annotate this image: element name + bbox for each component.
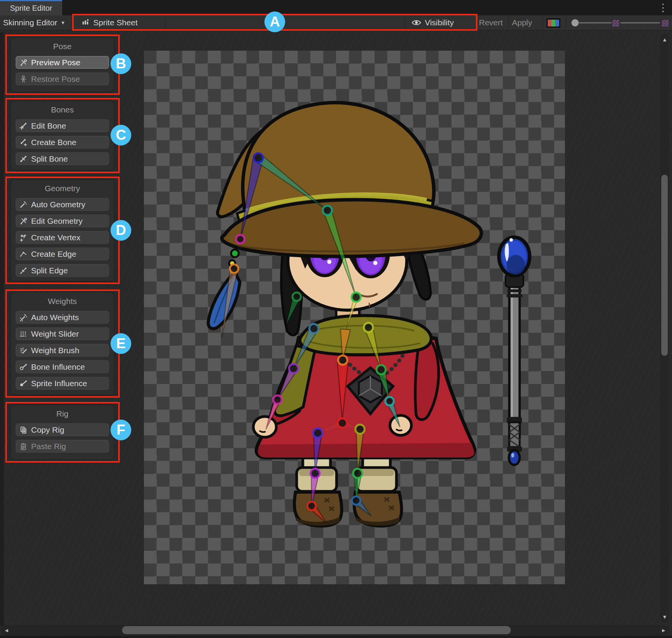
button-label: Edit Bone — [31, 121, 66, 131]
create-vertex-button[interactable]: Create Vertex — [16, 231, 109, 244]
dots-brush-icon — [19, 346, 28, 355]
zoom-slider-track[interactable] — [578, 22, 612, 23]
right-hand — [390, 415, 411, 435]
visibility-label: Visibility — [425, 18, 454, 27]
tools-icon — [19, 58, 28, 67]
button-label: Create Bone — [31, 138, 76, 147]
weight-brush-button[interactable]: Weight Brush — [16, 344, 109, 357]
panel-title-weights: Weights — [11, 293, 114, 311]
rgb-channels-button[interactable] — [547, 18, 560, 28]
skinning-editor-label: Skinning Editor — [3, 18, 57, 27]
mip-texture-icon[interactable] — [661, 19, 669, 27]
scroll-up-icon[interactable]: ▲ — [662, 37, 667, 42]
button-label: Create Vertex — [31, 233, 80, 242]
left-hand — [253, 417, 276, 437]
sprite-canvas[interactable] — [144, 51, 565, 584]
scroll-right-icon[interactable]: ► — [661, 628, 666, 633]
edit-geometry-button[interactable]: Edit Geometry — [16, 215, 109, 227]
auto-geometry-button[interactable]: Auto Geometry — [16, 198, 109, 211]
scarf — [300, 316, 431, 355]
tab-label: Sprite Editor — [10, 4, 52, 13]
hat — [222, 102, 481, 256]
button-label: Preview Pose — [31, 58, 80, 67]
sprite-sheet-label: Sprite Sheet — [93, 18, 138, 27]
create-edge-button[interactable]: Create Edge — [16, 248, 109, 260]
horizontal-scrollbar[interactable]: ◄ ► — [1, 625, 669, 635]
apply-button[interactable]: Apply — [512, 15, 532, 30]
character-artwork — [144, 51, 565, 584]
revert-button[interactable]: Revert — [479, 15, 503, 30]
button-label: Bone Influence — [31, 362, 85, 372]
visibility-button[interactable]: Visibility — [411, 15, 454, 30]
weight-slider-button[interactable]: Weight Slider — [16, 327, 109, 340]
edge-add-icon — [19, 250, 28, 258]
toolbar-divider — [508, 17, 509, 28]
pose-panel: Pose Preview Pose Restore Pose — [10, 37, 114, 92]
window-bottom-edge — [0, 636, 672, 638]
toolbar: Skinning Editor ▾ Sprite Sheet Visibilit… — [0, 15, 672, 30]
rig-panel: Rig Copy Rig Paste Rig — [10, 405, 114, 460]
sprite-editor-window: Sprite Editor ⋮ Skinning Editor ▾ Sprite… — [0, 0, 672, 638]
split-bone-button[interactable]: Split Bone — [16, 152, 109, 165]
tools-icon — [19, 217, 28, 225]
button-label: Create Edge — [31, 250, 76, 259]
button-label: Weight Slider — [31, 329, 79, 339]
copy-rig-button[interactable]: Copy Rig — [16, 423, 109, 436]
button-label: Copy Rig — [31, 425, 64, 435]
horizontal-scrollbar-thumb[interactable] — [122, 626, 511, 634]
character-body — [253, 316, 474, 526]
button-label: Paste Rig — [31, 442, 66, 451]
bone-move-icon — [19, 122, 28, 130]
toolbar-divider — [476, 17, 476, 28]
button-label: Split Edge — [31, 266, 68, 275]
bones-panel: Bones Edit Bone Create Bone Split Bone — [10, 101, 114, 170]
clipboard-icon — [19, 442, 28, 451]
edit-bone-button[interactable]: Edit Bone — [16, 119, 109, 132]
magic-wand-icon — [19, 200, 28, 209]
weights-panel: Weights Auto Weights Weight Slider — [10, 292, 114, 395]
vertical-scrollbar-thumb[interactable] — [661, 175, 668, 356]
panel-title-rig: Rig — [11, 405, 114, 423]
dots-grid-icon — [19, 330, 28, 338]
revert-label: Revert — [479, 18, 503, 27]
auto-weights-button[interactable]: Auto Weights — [16, 311, 109, 324]
bone-influence-button[interactable]: Bone Influence — [16, 360, 109, 373]
preview-pose-button[interactable]: Preview Pose — [16, 56, 109, 69]
bone-split-icon — [19, 155, 28, 163]
button-label: Restore Pose — [31, 74, 80, 84]
skinning-editor-dropdown[interactable]: Skinning Editor ▾ — [3, 15, 64, 30]
button-label: Auto Geometry — [31, 200, 85, 209]
toolbar-divider — [543, 17, 543, 28]
overflow-menu-icon[interactable]: ⋮ — [658, 0, 668, 15]
staff — [499, 237, 530, 465]
alpha-texture-icon[interactable] — [612, 19, 620, 27]
eye-icon — [411, 19, 421, 26]
sprite-influence-icon — [19, 379, 28, 388]
create-bone-button[interactable]: Create Bone — [16, 136, 109, 149]
sprite-sheet-button[interactable]: Sprite Sheet — [81, 15, 138, 30]
vertex-add-icon — [19, 233, 28, 242]
window-edge — [0, 32, 4, 626]
scroll-down-icon[interactable]: ▼ — [662, 614, 667, 620]
copy-icon — [19, 426, 28, 434]
restore-pose-button[interactable]: Restore Pose — [16, 73, 109, 85]
button-label: Weight Brush — [31, 346, 79, 355]
toolbar-divider — [405, 17, 405, 28]
vertical-scrollbar[interactable]: ▲ ▼ — [660, 34, 669, 623]
toolbar-divider — [165, 17, 165, 28]
paste-rig-button[interactable]: Paste Rig — [16, 440, 109, 453]
tab-bar: Sprite Editor ⋮ — [0, 0, 672, 15]
panel-title-pose: Pose — [11, 38, 114, 56]
panel-title-geometry: Geometry — [11, 180, 114, 198]
split-edge-button[interactable]: Split Edge — [16, 264, 109, 277]
tab-sprite-editor[interactable]: Sprite Editor — [0, 0, 62, 15]
button-label: Sprite Influence — [31, 379, 87, 388]
mip-slider-track[interactable] — [620, 22, 660, 23]
apply-label: Apply — [512, 18, 532, 27]
panel-title-bones: Bones — [11, 101, 114, 119]
button-label: Auto Weights — [31, 313, 79, 322]
sprite-sheet-icon — [81, 18, 90, 27]
sprite-influence-button[interactable]: Sprite Influence — [16, 377, 109, 390]
person-icon — [19, 75, 28, 83]
scroll-left-icon[interactable]: ◄ — [4, 628, 9, 633]
